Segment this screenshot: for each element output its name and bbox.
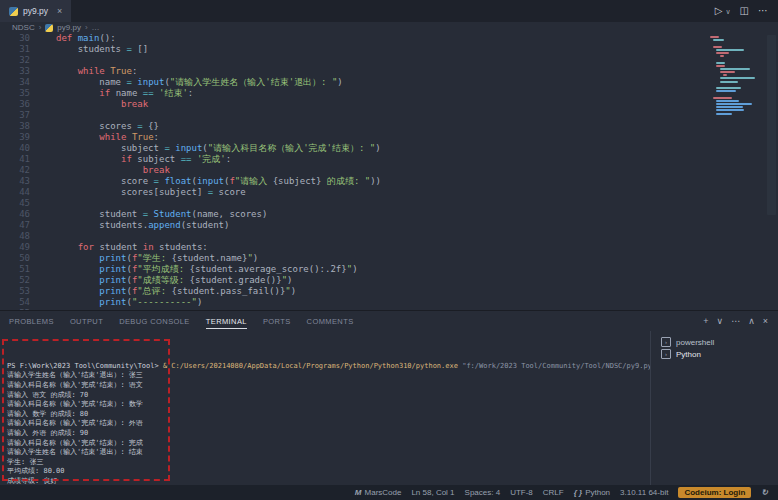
panel-tab-debug-console[interactable]: DEBUG CONSOLE [119,314,190,328]
code-token [56,264,99,274]
minimap-line [720,55,724,57]
terminal-profile-dropdown-icon[interactable]: ∨ [717,317,724,326]
status-eol-label: CRLF [543,488,564,497]
terminal-list-item-python[interactable]: ›Python [651,348,778,360]
editor-more-actions-icon[interactable]: ⋯ [758,6,768,16]
panel-tab-problems[interactable]: PROBLEMS [9,314,54,328]
code-token: "----------" [132,297,197,307]
minimap-line [716,90,735,92]
breadcrumb-separator-icon: › [85,23,88,32]
status-encoding[interactable]: UTF-8 [510,488,533,497]
code-token: ) [197,297,202,307]
editor[interactable]: 3031323334353637383940414243444546474849… [0,33,778,310]
code-token: == [181,154,192,164]
code-token: print [99,275,126,285]
code-token [56,275,99,285]
editor-tab-bar: py9.py × ▷∨◫⋯ [0,0,778,22]
code-token: : [188,88,193,98]
panel-tab-terminal[interactable]: TERMINAL [206,314,247,329]
more-actions-icon[interactable]: ⋯ [731,317,740,326]
code-token: (student) [181,220,230,230]
status-marscode[interactable]: MMarsCode [355,488,402,497]
code-token [56,286,99,296]
line-number: 51 [0,264,44,275]
code-token: subject [56,143,164,153]
editor-code[interactable]: def main(): students = [] while True: na… [56,33,698,310]
tab-py9py[interactable]: py9.py × [0,0,71,22]
minimap-line [716,49,744,51]
code-token: ) [375,143,380,153]
breadcrumb-separator-icon: › [39,23,42,32]
code-token: in [143,242,159,252]
close-panel-icon[interactable]: × [763,317,768,326]
run-dropdown-icon[interactable]: ∨ [725,8,730,15]
maximize-panel-icon[interactable]: ∧ [748,317,755,326]
python-file-icon [9,7,18,16]
minimap-line [716,52,729,54]
terminal-list-item-powershell[interactable]: ›powershell [651,336,778,348]
line-number: 34 [0,77,44,88]
code-token: {student.name} [172,253,248,263]
status-indentation[interactable]: Spaces: 4 [465,488,501,497]
code-line [56,55,698,66]
terminal-text: 平均成绩: 80.00 [7,467,65,475]
tab-close-icon[interactable]: × [57,6,62,16]
status-eol[interactable]: CRLF [543,488,564,497]
vscode-window: py9.py × ▷∨◫⋯ NDSC›py9.py›… 303132333435… [0,0,778,500]
code-token: input [137,77,164,87]
breadcrumb-item[interactable]: … [92,23,100,32]
code-token: {student.grade()} [190,275,282,285]
status-cursor-position[interactable]: Ln 58, Col 1 [411,488,454,497]
line-number: 38 [0,121,44,132]
panel-actions: +∨⋯∧× [703,311,768,331]
status-python-interpreter[interactable]: 3.10.11 64-bit [620,488,668,497]
status-feedback[interactable]: ↻ [761,488,768,497]
code-token: print [99,297,126,307]
panel-tab-ports[interactable]: PORTS [263,314,291,328]
breadcrumb-item[interactable]: NDSC [12,23,35,32]
panel-tab-comments[interactable]: COMMENTS [307,314,354,328]
code-token: True [110,66,132,76]
code-token [56,154,121,164]
code-token: ) [337,77,342,87]
panel-tab-output[interactable]: OUTPUT [70,314,103,328]
line-number: 47 [0,220,44,231]
editor-scrollbar[interactable] [767,35,776,215]
code-line [56,110,698,121]
code-token: student [56,209,143,219]
minimap-line [716,103,752,105]
code-token: input [197,176,224,186]
code-token: print [99,253,126,263]
code-token [56,242,78,252]
bottom-panel: PROBLEMSOUTPUTDEBUG CONSOLETERMINALPORTS… [0,310,778,485]
terminal-text: 成绩等级: 良好 [7,477,57,485]
code-token: ) [352,264,357,274]
code-token: )) [370,176,381,186]
code-token: (name, scores) [191,209,267,219]
line-number: 36 [0,99,44,110]
code-token: '完成' [197,154,226,164]
minimap[interactable] [710,36,762,119]
status-codeium-login[interactable]: Codeium: Login [678,487,751,498]
line-number: 40 [0,143,44,154]
code-token [56,66,78,76]
terminal-output[interactable]: PS F:\Work\2023 Tool\Community\Tool> & C… [0,331,650,485]
line-number: 39 [0,132,44,143]
line-number: 48 [0,231,44,242]
code-token: main [78,33,100,43]
terminal-text: 请输入 外语 的成绩: 90 [7,429,88,437]
code-token: {student.pass_fail()} [172,286,286,296]
code-token: def [56,33,78,43]
breadcrumb-item[interactable]: py9.py [57,23,81,32]
new-terminal-icon[interactable]: + [703,317,708,326]
code-token: ) [291,286,296,296]
line-number: 33 [0,66,44,77]
status-language-mode[interactable]: { }Python [574,488,610,497]
split-editor-icon[interactable]: ◫ [740,6,749,16]
code-token: break [121,99,148,109]
code-token: ) [287,275,292,285]
panel-body: PS F:\Work\2023 Tool\Community\Tool> & C… [0,331,778,485]
run-python-file-icon[interactable]: ▷ [715,6,723,16]
minimap-content [710,36,762,118]
code-line: while True: [56,66,698,77]
